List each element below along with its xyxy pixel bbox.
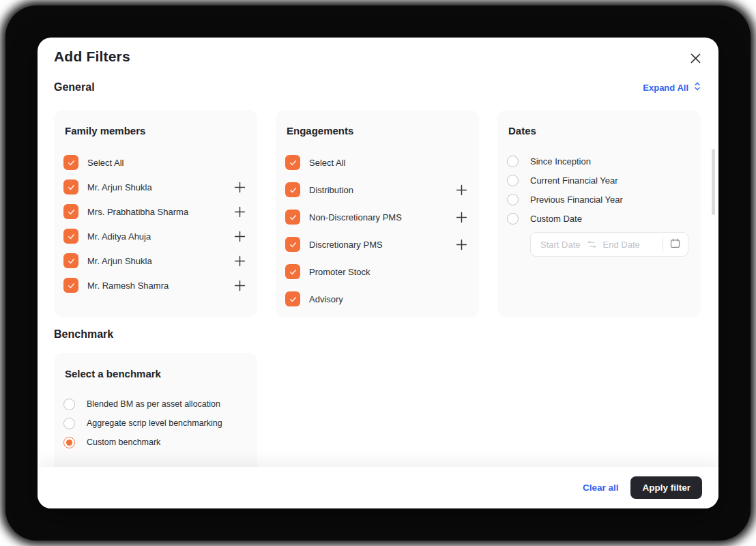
checkbox-label: Select All — [87, 158, 246, 168]
divider — [663, 238, 663, 251]
checkbox-checked-icon[interactable] — [285, 182, 300, 197]
engagements-select-all-row[interactable]: Select All — [285, 154, 467, 171]
date-option-row[interactable]: Since Inception — [507, 154, 689, 168]
date-range-input[interactable]: Start Date End Date — [530, 232, 688, 257]
checkbox-label: Mr. Arjun Shukla — [87, 182, 233, 192]
checkbox-label: Mr. Aditya Ahuja — [87, 231, 233, 242]
start-date-placeholder: Start Date — [540, 240, 581, 250]
checkbox-label: Distribution — [309, 185, 455, 195]
family-member-row[interactable]: Mr. Arjun Shukla — [63, 179, 246, 195]
checkbox-label: Select All — [309, 158, 467, 168]
dates-card: Dates Since Inception Current Financial … — [497, 110, 701, 317]
radio-label: Previous Financial Year — [530, 195, 623, 205]
checkbox-label: Promoter Stock — [309, 267, 467, 277]
checkbox-checked-icon[interactable] — [63, 229, 78, 244]
engagement-row[interactable]: Discretionary PMS — [285, 236, 467, 253]
benchmark-option-row[interactable]: Custom benchmark — [63, 435, 246, 449]
checkbox-label: Mrs. Prabhatibha Sharma — [87, 207, 233, 217]
general-heading: General — [54, 81, 95, 94]
engagement-row[interactable]: Advisory — [285, 291, 467, 307]
engagement-row[interactable]: Distribution — [285, 182, 467, 198]
plus-icon[interactable] — [233, 181, 246, 193]
checkbox-label: Mr. Arjun Shukla — [87, 256, 233, 266]
checkbox-checked-icon[interactable] — [285, 155, 300, 170]
end-date-placeholder: End Date — [603, 240, 640, 250]
date-option-row[interactable]: Custom Date — [507, 212, 689, 225]
family-member-row[interactable]: Mrs. Prabhatibha Sharma — [63, 203, 246, 220]
benchmark-option-row[interactable]: Aggregate scrip level benchmarking — [63, 416, 246, 430]
family-member-row[interactable]: Mr. Arjun Shukla — [63, 253, 246, 269]
checkbox-checked-icon[interactable] — [63, 253, 78, 268]
checkbox-label: Non-Discretionary PMS — [309, 212, 455, 222]
family-members-card: Family members Select All Mr. Arjun Shuk… — [54, 110, 257, 317]
close-button[interactable] — [687, 51, 703, 68]
dates-title: Dates — [508, 125, 689, 136]
plus-icon[interactable] — [455, 184, 467, 196]
radio-unselected-icon[interactable] — [507, 175, 519, 186]
plus-icon[interactable] — [233, 230, 246, 242]
radio-unselected-icon[interactable] — [63, 399, 75, 410]
select-benchmark-title: Select a benchmark — [65, 368, 246, 379]
date-option-row[interactable]: Current Financial Year — [507, 173, 689, 187]
modal-title: Add Filters — [54, 48, 130, 65]
radio-label: Current Financial Year — [530, 175, 618, 186]
family-members-title: Family members — [65, 125, 246, 136]
swap-arrows-icon — [587, 240, 597, 248]
benchmark-heading: Benchmark — [54, 328, 113, 341]
radio-selected-icon[interactable] — [63, 437, 75, 448]
engagements-title: Engagements — [287, 125, 467, 136]
checkbox-checked-icon[interactable] — [63, 155, 78, 170]
radio-label: Blended BM as per asset allocation — [87, 399, 220, 409]
apply-filter-button[interactable]: Apply filter — [630, 476, 702, 499]
radio-unselected-icon[interactable] — [507, 194, 519, 205]
checkbox-label: Discretionary PMS — [309, 240, 455, 250]
radio-unselected-icon[interactable] — [63, 418, 75, 429]
radio-label: Custom benchmark — [87, 437, 160, 447]
add-filters-modal: Add Filters General Expand All Family me… — [38, 38, 718, 508]
checkbox-label: Mr. Ramesh Shamra — [87, 281, 233, 291]
expand-all-label: Expand All — [643, 83, 688, 93]
plus-icon[interactable] — [233, 255, 246, 267]
family-select-all-row[interactable]: Select All — [63, 154, 246, 171]
radio-unselected-icon[interactable] — [507, 213, 519, 225]
clear-all-button[interactable]: Clear all — [583, 483, 619, 493]
checkbox-checked-icon[interactable] — [285, 210, 300, 225]
engagement-row[interactable]: Promoter Stock — [285, 263, 467, 280]
plus-icon[interactable] — [455, 211, 467, 223]
checkbox-checked-icon[interactable] — [63, 278, 78, 293]
general-section-header: General Expand All — [54, 81, 702, 94]
checkbox-checked-icon[interactable] — [63, 204, 78, 219]
checkbox-checked-icon[interactable] — [285, 237, 300, 252]
modal-footer: Clear all Apply filter — [38, 467, 718, 508]
checkbox-checked-icon[interactable] — [63, 179, 78, 195]
checkbox-checked-icon[interactable] — [285, 264, 300, 279]
plus-icon[interactable] — [233, 205, 246, 218]
radio-label: Aggregate scrip level benchmarking — [87, 418, 222, 428]
checkbox-label: Advisory — [309, 294, 467, 304]
radio-label: Custom Date — [530, 214, 582, 224]
calendar-icon[interactable] — [669, 238, 681, 252]
expand-all-button[interactable]: Expand All — [643, 81, 702, 94]
scrollbar-thumb[interactable] — [712, 149, 715, 215]
close-icon — [690, 53, 701, 67]
family-member-row[interactable]: Mr. Aditya Ahuja — [63, 228, 246, 244]
plus-icon[interactable] — [233, 279, 246, 291]
date-option-row[interactable]: Previous Financial Year — [507, 192, 689, 206]
radio-unselected-icon[interactable] — [507, 156, 519, 167]
checkbox-checked-icon[interactable] — [285, 291, 300, 306]
family-member-row[interactable]: Mr. Ramesh Shamra — [63, 277, 246, 293]
radio-label: Since Inception — [530, 156, 591, 167]
engagements-card: Engagements Select All Distribution Non-… — [276, 110, 479, 317]
benchmark-option-row[interactable]: Blended BM as per asset allocation — [63, 397, 246, 411]
engagement-row[interactable]: Non-Discretionary PMS — [285, 209, 467, 225]
benchmark-section-header: Benchmark — [54, 328, 702, 341]
plus-icon[interactable] — [455, 238, 467, 250]
expand-collapse-icon — [693, 81, 702, 94]
